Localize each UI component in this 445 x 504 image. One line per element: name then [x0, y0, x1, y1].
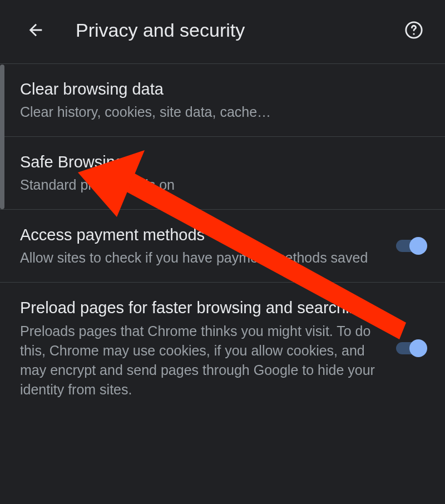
- item-text: Safe Browsing Standard protection is on: [20, 151, 427, 195]
- clear-browsing-data-item[interactable]: Clear browsing data Clear history, cooki…: [0, 63, 445, 137]
- item-subtitle: Clear history, cookies, site data, cache…: [20, 102, 418, 122]
- scrollbar[interactable]: [0, 65, 4, 209]
- page-title: Privacy and security: [76, 19, 403, 41]
- back-button[interactable]: [22, 17, 49, 43]
- svg-point-1: [413, 33, 414, 34]
- access-payment-methods-item[interactable]: Access payment methods Allow sites to ch…: [0, 210, 445, 283]
- payment-methods-toggle[interactable]: [394, 236, 427, 256]
- help-icon: [404, 21, 423, 39]
- item-title: Access payment methods: [20, 224, 385, 246]
- header: Privacy and security: [0, 0, 445, 63]
- settings-list: Clear browsing data Clear history, cooki…: [0, 63, 445, 414]
- help-button[interactable]: [403, 19, 425, 41]
- item-text: Access payment methods Allow sites to ch…: [20, 224, 394, 268]
- toggle-thumb: [409, 237, 427, 255]
- item-title: Preload pages for faster browsing and se…: [20, 297, 385, 319]
- item-subtitle: Standard protection is on: [20, 175, 418, 195]
- preload-pages-toggle[interactable]: [394, 338, 427, 358]
- safe-browsing-item[interactable]: Safe Browsing Standard protection is on: [0, 137, 445, 210]
- item-title: Clear browsing data: [20, 78, 418, 100]
- item-subtitle: Allow sites to check if you have payment…: [20, 248, 385, 268]
- toggle-thumb: [409, 339, 427, 357]
- arrow-back-icon: [26, 21, 45, 39]
- item-subtitle: Preloads pages that Chrome thinks you mi…: [20, 322, 385, 399]
- item-text: Preload pages for faster browsing and se…: [20, 297, 394, 399]
- item-title: Safe Browsing: [20, 151, 418, 173]
- item-text: Clear browsing data Clear history, cooki…: [20, 78, 427, 122]
- preload-pages-item[interactable]: Preload pages for faster browsing and se…: [0, 283, 445, 413]
